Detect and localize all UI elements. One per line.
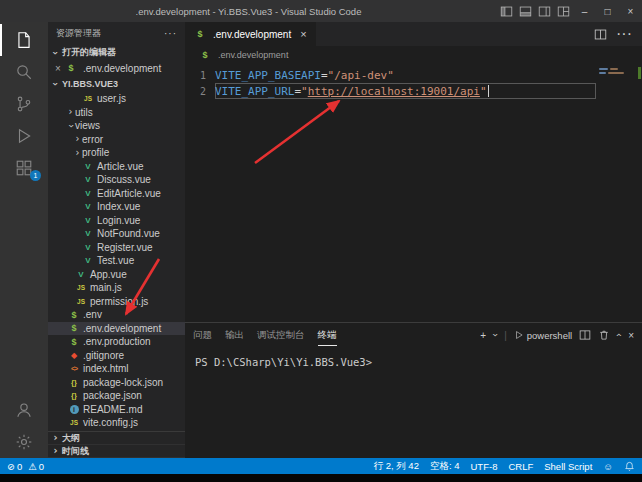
terminal-profile[interactable]: powershell bbox=[514, 330, 572, 341]
tree-item-README.md[interactable]: iREADME.md bbox=[48, 403, 185, 417]
toggle-secondary-sidebar-icon[interactable] bbox=[535, 0, 554, 22]
project-header[interactable]: › YI.BBS.VUE3 bbox=[48, 75, 185, 92]
tree-item-.env.production[interactable]: $.env.production bbox=[48, 335, 185, 349]
chevron-right-icon: › bbox=[76, 148, 80, 158]
tree-item-Login.vue[interactable]: VLogin.vue bbox=[48, 214, 185, 228]
close-panel-icon[interactable]: × bbox=[628, 330, 634, 341]
tree-item-utils[interactable]: ›utils bbox=[48, 106, 185, 120]
code-token: VITE_APP_URL bbox=[215, 85, 294, 98]
chevron-right-icon: › bbox=[69, 107, 73, 117]
panel-tab-调试控制台[interactable]: 调试控制台 bbox=[257, 325, 305, 346]
vue-file-icon: V bbox=[82, 175, 94, 184]
tree-item-vite.config.js[interactable]: JSvite.config.js bbox=[48, 416, 185, 430]
activity-extensions-icon[interactable]: 1 bbox=[0, 152, 48, 184]
settings-gear-icon[interactable] bbox=[0, 426, 48, 458]
notifications-bell-icon[interactable] bbox=[624, 461, 635, 472]
tree-item-Discuss.vue[interactable]: VDiscuss.vue bbox=[48, 173, 185, 187]
toggle-sidebar-icon[interactable] bbox=[497, 0, 516, 22]
errors-warnings[interactable]: ⊘ 0 ⚠ 0 bbox=[7, 461, 44, 472]
code-token: = bbox=[321, 69, 328, 82]
status-item[interactable]: Shell Script bbox=[544, 461, 592, 472]
split-editor-icon[interactable] bbox=[594, 28, 607, 41]
tree-item-.gitignore[interactable]: ◆.gitignore bbox=[48, 349, 185, 363]
panel-tab-终端[interactable]: 终端 bbox=[318, 325, 337, 346]
open-editor-item[interactable]: × $ .env.development bbox=[48, 61, 185, 75]
kill-terminal-icon[interactable] bbox=[598, 329, 610, 341]
code-line-1[interactable]: 1VITE_APP_BASEAPI="/api-dev" bbox=[185, 67, 642, 83]
close-icon[interactable]: × bbox=[54, 63, 62, 74]
minimize-button[interactable]: – bbox=[573, 0, 596, 22]
open-editors-header[interactable]: › 打开的编辑器 bbox=[48, 44, 185, 61]
terminal-output[interactable]: PS D:\CSharp\Yi\Yi.BBS.Vue3> bbox=[185, 347, 642, 458]
tree-item-NotFound.vue[interactable]: VNotFound.vue bbox=[48, 227, 185, 241]
maximize-panel-icon[interactable]: › bbox=[614, 333, 624, 337]
minimap[interactable] bbox=[596, 64, 642, 322]
tree-item-error[interactable]: ›error bbox=[48, 133, 185, 147]
status-item[interactable]: 行 2, 列 42 bbox=[374, 460, 419, 473]
vscode-window: .env.development - Yi.BBS.Vue3 - Visual … bbox=[0, 0, 642, 482]
close-icon[interactable]: × bbox=[300, 28, 306, 40]
tree-item-.env.development[interactable]: $.env.development bbox=[48, 322, 185, 336]
tree-item-.env[interactable]: $.env bbox=[48, 308, 185, 322]
tree-item-main.js[interactable]: JSmain.js bbox=[48, 281, 185, 295]
vue-file-icon: V bbox=[82, 243, 94, 252]
env-file-icon: $ bbox=[68, 310, 80, 320]
tree-item-index.html[interactable]: <>index.html bbox=[48, 362, 185, 376]
feedback-smiley-icon[interactable]: ☺ bbox=[603, 461, 613, 472]
activity-run-debug-icon[interactable] bbox=[0, 120, 48, 152]
tree-item-Article.vue[interactable]: VArticle.vue bbox=[48, 160, 185, 174]
timeline-section[interactable]: › 时间线 bbox=[48, 445, 185, 458]
more-actions-icon[interactable]: ··· bbox=[164, 28, 177, 39]
close-button[interactable]: × bbox=[619, 0, 642, 22]
code-token: "/api-dev" bbox=[328, 69, 394, 82]
tree-item-package-lock.json[interactable]: {}package-lock.json bbox=[48, 376, 185, 390]
maximize-button[interactable]: □ bbox=[596, 0, 619, 22]
tree-item-profile[interactable]: ›profile bbox=[48, 146, 185, 160]
env-file-icon: $ bbox=[68, 337, 80, 347]
tree-item-label: .env.development bbox=[83, 323, 161, 334]
tree-item-label: vite.config.js bbox=[83, 417, 138, 428]
tree-item-views[interactable]: ›views bbox=[48, 119, 185, 133]
code-line-2[interactable]: 2VITE_APP_URL="http://localhost:19001/ap… bbox=[185, 83, 642, 99]
tree-item-label: utils bbox=[75, 107, 93, 118]
activity-bar-spacer bbox=[0, 184, 48, 394]
customize-layout-icon[interactable] bbox=[554, 0, 573, 22]
activity-source-control-icon[interactable] bbox=[0, 88, 48, 120]
more-actions-icon[interactable]: ··· bbox=[616, 25, 632, 43]
breadcrumb[interactable]: $ .env.development bbox=[185, 46, 642, 64]
status-item[interactable]: 空格: 4 bbox=[430, 460, 460, 473]
account-icon[interactable] bbox=[0, 394, 48, 426]
tree-item-user.js[interactable]: JSuser.js bbox=[48, 92, 185, 106]
tree-item-label: README.md bbox=[83, 404, 142, 415]
chevron-down-icon: › bbox=[51, 50, 61, 54]
new-terminal-icon[interactable]: + bbox=[480, 330, 486, 341]
tree-item-Test.vue[interactable]: VTest.vue bbox=[48, 254, 185, 268]
tree-item-permission.js[interactable]: JSpermission.js bbox=[48, 295, 185, 309]
panel-tab-输出[interactable]: 输出 bbox=[225, 325, 244, 346]
git-file-icon: ◆ bbox=[68, 351, 80, 360]
status-item[interactable]: UTF-8 bbox=[471, 461, 498, 472]
tree-item-package.json[interactable]: {}package.json bbox=[48, 389, 185, 403]
tab-env-development[interactable]: $ .env.development × bbox=[185, 22, 316, 46]
status-bar: ⊘ 0 ⚠ 0 行 2, 列 42空格: 4UTF-8CRLFShell Scr… bbox=[0, 458, 642, 474]
code-editor[interactable]: 1VITE_APP_BASEAPI="/api-dev"2VITE_APP_UR… bbox=[185, 64, 642, 322]
tree-item-EditArticle.vue[interactable]: VEditArticle.vue bbox=[48, 187, 185, 201]
tree-item-App.vue[interactable]: VApp.vue bbox=[48, 268, 185, 282]
chevron-down-icon[interactable]: › bbox=[490, 333, 500, 337]
explorer-header: 资源管理器 ··· bbox=[48, 22, 185, 44]
activity-explorer-icon[interactable] bbox=[0, 24, 48, 56]
outline-section[interactable]: › 大纲 bbox=[48, 432, 185, 445]
status-item[interactable]: CRLF bbox=[508, 461, 533, 472]
tree-item-label: main.js bbox=[90, 282, 122, 293]
tree-item-Register.vue[interactable]: VRegister.vue bbox=[48, 241, 185, 255]
split-terminal-icon[interactable] bbox=[579, 329, 591, 341]
activity-search-icon[interactable] bbox=[0, 56, 48, 88]
text-cursor bbox=[488, 85, 489, 97]
vue-file-icon: V bbox=[82, 162, 94, 171]
js-file-icon: JS bbox=[75, 298, 87, 305]
panel-tab-问题[interactable]: 问题 bbox=[193, 325, 212, 346]
chevron-right-icon: › bbox=[53, 446, 57, 456]
toggle-panel-icon[interactable] bbox=[516, 0, 535, 22]
panel-header: 问题输出调试控制台终端 + › | powershell bbox=[185, 323, 642, 347]
tree-item-Index.vue[interactable]: VIndex.vue bbox=[48, 200, 185, 214]
